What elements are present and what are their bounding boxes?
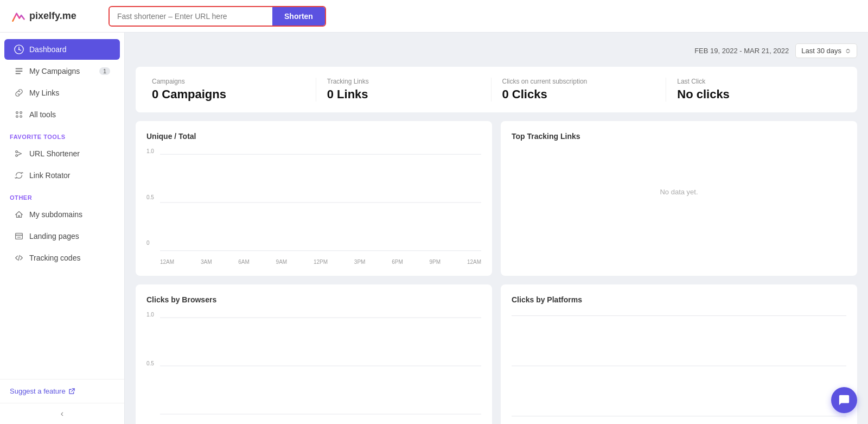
stat-last-click: Last Click No clicks [666, 78, 841, 102]
sidebar-item-landing-pages[interactable]: Landing pages [4, 226, 120, 246]
campaigns-stat-label: Campaigns [152, 78, 299, 85]
main-content: FEB 19, 2022 - MAR 21, 2022 Last 30 days… [125, 33, 868, 424]
tracking-links-stat-value: 0 Links [327, 87, 475, 102]
sidebar-item-url-shortener[interactable]: URL Shortener [4, 143, 120, 164]
landing-pages-label: Landing pages [29, 232, 79, 241]
date-bar: FEB 19, 2022 - MAR 21, 2022 Last 30 days [136, 43, 857, 58]
suggest-feature-text: Suggest a feature [10, 387, 66, 395]
svg-rect-9 [16, 233, 23, 239]
suggest-feature-link[interactable]: Suggest a feature [10, 387, 114, 395]
topbar: pixelfy.me Shorten [0, 0, 868, 33]
dashboard-icon [14, 45, 24, 54]
other-label: OTHER [0, 187, 124, 203]
top-tracking-links-no-data: No data yet. [512, 148, 846, 235]
y-axis-labels: 1.0 0.5 0 [146, 148, 160, 246]
campaigns-icon [14, 66, 24, 76]
shorten-button[interactable]: Shorten [272, 7, 325, 26]
charts-grid: Unique / Total 1.0 0.5 0 12AM 3AM [136, 121, 857, 424]
external-link-icon [68, 388, 75, 395]
browsers-y-axis-labels: 1.0 0.5 [146, 312, 160, 409]
clicks-stat-value: 0 Clicks [502, 87, 650, 102]
tracking-codes-label: Tracking codes [29, 254, 80, 262]
chat-icon [838, 394, 850, 406]
dashboard-label: Dashboard [29, 45, 67, 54]
logo: pixelfy.me [11, 9, 98, 24]
sidebar: Dashboard My Campaigns 1 My Links [0, 33, 125, 424]
code-icon [14, 253, 24, 263]
top-tracking-links-title: Top Tracking Links [512, 132, 846, 141]
top-tracking-links-card: Top Tracking Links No data yet. [501, 121, 857, 276]
rotator-icon [14, 170, 24, 180]
y-label-top: 1.0 [146, 148, 160, 154]
sidebar-footer: Suggest a feature [0, 379, 124, 403]
collapse-sidebar-button[interactable]: ‹ [0, 403, 124, 424]
clicks-by-platforms-area [512, 312, 846, 420]
sidebar-item-tracking-codes[interactable]: Tracking codes [4, 248, 120, 268]
clicks-by-browsers-title: Clicks by Browsers [146, 295, 481, 304]
unique-total-chart-card: Unique / Total 1.0 0.5 0 12AM 3AM [136, 121, 492, 276]
svg-point-3 [16, 112, 18, 114]
clicks-by-browsers-area: 1.0 0.5 [146, 312, 481, 420]
sidebar-item-links[interactable]: My Links [4, 83, 120, 103]
campaigns-stat-value: 0 Campaigns [152, 87, 299, 102]
link-rotator-label: Link Rotator [29, 171, 70, 180]
main-layout: Dashboard My Campaigns 1 My Links [0, 33, 868, 424]
date-range-text: FEB 19, 2022 - MAR 21, 2022 [694, 47, 789, 55]
subdomains-label: My subdomains [29, 210, 82, 219]
svg-point-2 [18, 49, 20, 50]
home-icon [14, 210, 24, 219]
y-label-bot: 0 [146, 240, 160, 246]
unique-total-chart-area: 1.0 0.5 0 [146, 148, 481, 257]
sidebar-item-campaigns[interactable]: My Campaigns 1 [4, 61, 120, 81]
url-shortener-label: URL Shortener [29, 149, 80, 158]
svg-point-7 [16, 151, 18, 153]
landing-icon [14, 231, 24, 241]
stat-tracking-links: Tracking Links 0 Links [316, 78, 492, 102]
browsers-y-label-mid: 0.5 [146, 360, 160, 366]
date-dropdown-label: Last 30 days [801, 47, 841, 55]
chevron-up-down-icon [845, 48, 851, 54]
chat-bubble[interactable] [831, 387, 857, 413]
sidebar-item-all-tools[interactable]: All tools [4, 104, 120, 125]
sidebar-nav: Dashboard My Campaigns 1 My Links [0, 33, 124, 379]
x-axis-labels: 12AM 3AM 6AM 9AM 12PM 3PM 6PM 9PM 12AM [146, 257, 481, 265]
sidebar-item-subdomains[interactable]: My subdomains [4, 204, 120, 225]
svg-point-8 [16, 155, 18, 157]
sidebar-item-dashboard[interactable]: Dashboard [4, 39, 120, 60]
browsers-y-label-top: 1.0 [146, 312, 160, 318]
all-tools-label: All tools [29, 110, 56, 119]
svg-point-6 [20, 116, 22, 118]
last-click-stat-label: Last Click [677, 78, 825, 85]
stats-row: Campaigns 0 Campaigns Tracking Links 0 L… [136, 67, 857, 112]
campaigns-badge: 1 [99, 67, 110, 75]
scissors-icon [14, 149, 24, 159]
links-icon [14, 88, 24, 98]
svg-point-4 [20, 112, 22, 114]
logo-icon [11, 9, 26, 24]
date-dropdown[interactable]: Last 30 days [795, 43, 857, 58]
unique-total-svg [146, 148, 481, 257]
browsers-svg [146, 312, 481, 420]
y-label-mid: 0.5 [146, 194, 160, 200]
stat-campaigns: Campaigns 0 Campaigns [152, 78, 316, 102]
sidebar-item-link-rotator[interactable]: Link Rotator [4, 165, 120, 186]
clicks-by-platforms-title: Clicks by Platforms [512, 295, 846, 304]
tracking-links-stat-label: Tracking Links [327, 78, 475, 85]
last-click-stat-value: No clicks [677, 87, 825, 102]
clicks-stat-label: Clicks on current subscription [502, 78, 650, 85]
platforms-svg [512, 312, 846, 420]
unique-total-chart-title: Unique / Total [146, 132, 481, 141]
clicks-by-browsers-card: Clicks by Browsers 1.0 0.5 [136, 284, 492, 424]
favorite-tools-label: FAVORITE TOOLS [0, 126, 124, 142]
clicks-by-platforms-card: Clicks by Platforms [501, 284, 857, 424]
url-bar-wrapper: Shorten [108, 6, 326, 27]
collapse-icon: ‹ [61, 409, 63, 419]
logo-text: pixelfy.me [29, 10, 76, 22]
links-label: My Links [29, 88, 59, 97]
tools-icon [14, 110, 24, 119]
campaigns-label: My Campaigns [29, 67, 80, 75]
stat-clicks: Clicks on current subscription 0 Clicks [492, 78, 667, 102]
url-input[interactable] [110, 8, 272, 25]
svg-point-5 [16, 116, 18, 118]
